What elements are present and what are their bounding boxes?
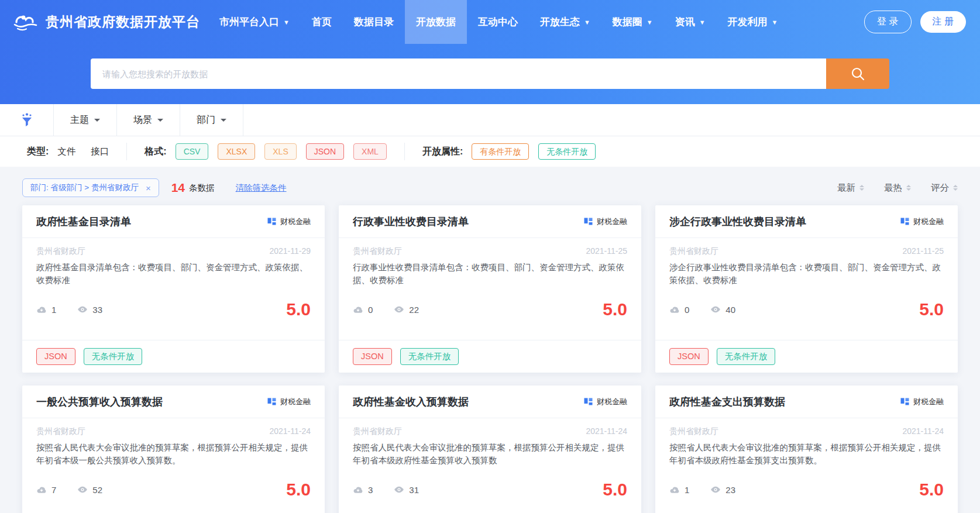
main-nav: 市州平台入口 ▼ 首页 数据目录 开放数据 — [208, 0, 789, 44]
download-stat: 7 — [36, 485, 56, 495]
dataset-title[interactable]: 行政事业性收费目录清单 — [353, 215, 469, 229]
download-icon — [669, 305, 680, 314]
sort-option[interactable]: 最新 — [837, 182, 864, 194]
dataset-tag[interactable]: JSON — [353, 348, 392, 365]
type-options: 文件 接口 — [57, 146, 109, 158]
type-option[interactable]: 文件 — [57, 146, 75, 158]
dataset-tag[interactable]: 无条件开放 — [400, 348, 459, 365]
dataset-category-label: 财税金融 — [597, 216, 627, 227]
format-filter-tag[interactable]: JSON — [306, 143, 344, 160]
chip-remove-icon[interactable]: × — [146, 184, 151, 192]
filter-dropdown[interactable]: 场景 — [117, 104, 180, 136]
filter-funnel[interactable] — [0, 104, 54, 136]
download-stat: 0 — [669, 305, 689, 315]
dataset-tag[interactable]: JSON — [669, 348, 709, 365]
dataset-stats: 1 33 5.0 — [36, 301, 311, 318]
nav-item[interactable]: 首页 — [301, 0, 343, 44]
category-grid-icon — [267, 217, 276, 226]
dataset-rating: 5.0 — [286, 301, 311, 318]
views-stat: 31 — [394, 485, 419, 495]
dataset-org: 贵州省财政厅 — [669, 426, 718, 437]
nav-item-label: 资讯 — [675, 15, 695, 29]
search-input[interactable] — [91, 58, 826, 89]
download-count: 1 — [685, 485, 689, 495]
dataset-stats: 0 22 5.0 — [353, 301, 627, 318]
open-attr-filter-tag[interactable]: 无条件开放 — [538, 143, 596, 160]
sort-carets-icon — [859, 185, 864, 191]
dataset-title[interactable]: 一般公共预算收入预算数据 — [36, 395, 163, 409]
format-tags: CSV XLSX XLS JSON XML — [176, 143, 387, 160]
format-filter-tag[interactable]: XLS — [264, 143, 296, 160]
nav-item-label: 市州平台入口 — [219, 15, 279, 29]
nav-item[interactable]: 互动中心 — [467, 0, 529, 44]
dataset-title[interactable]: 政府性基金支出预算数据 — [669, 395, 785, 409]
filter-dropdown[interactable]: 部门 — [180, 104, 243, 136]
dataset-tag[interactable]: JSON — [36, 348, 75, 365]
view-count: 33 — [92, 305, 102, 315]
dataset-rating: 5.0 — [603, 481, 627, 498]
download-icon — [353, 305, 363, 314]
dataset-card[interactable]: 政府性基金收入预算数据 财税金融 贵州省财政厅 202 — [339, 385, 641, 513]
nav-item[interactable]: 开放生态 ▼ — [529, 0, 601, 44]
dataset-card[interactable]: 政府性基金目录清单 财税金融 贵州省财政厅 2021- — [22, 205, 325, 373]
nav-item[interactable]: 数据目录 — [343, 0, 405, 44]
filter-dropdown-label: 部门 — [197, 114, 215, 126]
dataset-stats: 0 40 5.0 — [669, 301, 944, 318]
dataset-card-header: 政府性基金支出预算数据 财税金融 — [655, 385, 958, 418]
dataset-description: 涉企行政事业性收费目录清单包含：收费项目、部门、资金管理方式、政策依据、收费标准 — [669, 261, 944, 288]
views-icon — [394, 486, 404, 494]
dataset-org: 贵州省财政厅 — [669, 246, 718, 257]
nav-item[interactable]: 资讯 ▼ — [664, 0, 717, 44]
view-count: 22 — [409, 305, 419, 315]
open-attr-filter-tag[interactable]: 有条件开放 — [472, 143, 529, 160]
dataset-card-header: 政府性基金收入预算数据 财税金融 — [339, 385, 641, 418]
funnel-icon — [20, 113, 34, 127]
dataset-tag[interactable]: 无条件开放 — [84, 348, 143, 365]
download-stat: 3 — [353, 485, 373, 495]
active-filter-chip[interactable]: 部门: 省级部门 > 贵州省财政厅 × — [22, 178, 159, 197]
dataset-tags: JSON 无条件开放 — [22, 340, 325, 373]
format-filter-tag[interactable]: XML — [353, 143, 387, 160]
dataset-description: 按照省人民代表大会审议批准的预算草案，根据预算公开相关规定，提供年初省本级政府性… — [353, 441, 627, 468]
nav-item-label: 数据圈 — [613, 15, 642, 29]
dataset-rating: 5.0 — [919, 481, 944, 498]
dataset-card[interactable]: 一般公共预算收入预算数据 财税金融 贵州省财政厅 20 — [22, 385, 325, 513]
register-button[interactable]: 注 册 — [920, 11, 966, 33]
login-button[interactable]: 登 录 — [864, 11, 911, 33]
dataset-org: 贵州省财政厅 — [353, 426, 402, 437]
dataset-title[interactable]: 政府性基金收入预算数据 — [353, 395, 469, 409]
format-filter-tag[interactable]: CSV — [176, 143, 209, 160]
dataset-tags: JSON 无条件开放 — [655, 340, 958, 373]
divider — [126, 143, 127, 160]
nav-item[interactable]: 数据圈 ▼ — [601, 0, 664, 44]
clear-filters-link[interactable]: 清除筛选条件 — [236, 183, 287, 194]
dataset-card[interactable]: 行政事业性收费目录清单 财税金融 贵州省财政厅 202 — [339, 205, 641, 373]
filter-dropdown[interactable]: 主题 — [54, 104, 117, 136]
sort-option[interactable]: 最热 — [884, 182, 911, 194]
search-button[interactable] — [826, 58, 889, 89]
nav-item-label: 首页 — [312, 15, 332, 29]
dataset-tags: JSON 无条件开放 — [339, 340, 641, 373]
nav-item[interactable]: 开放数据 — [405, 0, 467, 44]
views-icon — [77, 486, 88, 494]
nav-item[interactable]: 市州平台入口 ▼ — [208, 0, 301, 44]
format-filter-tag[interactable]: XLSX — [218, 143, 255, 160]
filter-bar: 主题 场景 部门 — [0, 104, 980, 136]
dataset-title[interactable]: 政府性基金目录清单 — [36, 215, 131, 229]
dataset-card[interactable]: 涉企行政事业性收费目录清单 财税金融 贵州省财政厅 2 — [655, 205, 958, 373]
dataset-tag[interactable]: 无条件开放 — [717, 348, 776, 365]
brand-title: 贵州省政府数据开放平台 — [46, 13, 200, 31]
sort-option[interactable]: 评分 — [931, 182, 958, 194]
dataset-meta: 贵州省财政厅 2021-11-25 — [669, 246, 944, 257]
dataset-card-header: 一般公共预算收入预算数据 财税金融 — [22, 385, 325, 418]
sort-carets-icon — [906, 185, 911, 191]
dataset-card[interactable]: 政府性基金支出预算数据 财税金融 贵州省财政厅 202 — [655, 385, 958, 513]
type-option[interactable]: 接口 — [91, 146, 109, 158]
dataset-category: 财税金融 — [267, 397, 311, 407]
nav-item[interactable]: 开发利用 ▼ — [717, 0, 789, 44]
brand[interactable]: 贵州省政府数据开放平台 — [12, 0, 200, 44]
category-grid-icon — [584, 397, 593, 406]
views-stat: 52 — [77, 485, 102, 495]
dataset-title[interactable]: 涉企行政事业性收费目录清单 — [669, 215, 806, 229]
dataset-date: 2021-11-24 — [902, 426, 944, 437]
